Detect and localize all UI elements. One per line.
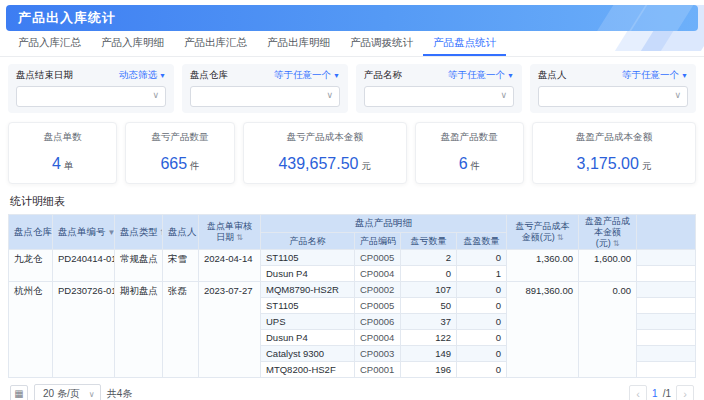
chevron-down-icon: ∨ bbox=[674, 90, 681, 100]
stocktake-person-select[interactable]: ∨ bbox=[538, 86, 688, 107]
tab-bar: 产品入库汇总 产品入库明细 产品出库汇总 产品出库明细 产品调拨统计 产品盘点统… bbox=[0, 31, 704, 57]
gain-amount-cell: 0.00 bbox=[579, 282, 637, 378]
table-density-button[interactable]: ▦ bbox=[10, 385, 28, 400]
col-loss-qty: 盘亏数量 bbox=[401, 232, 457, 250]
tab-inbound-summary[interactable]: 产品入库汇总 bbox=[8, 30, 91, 56]
product-code-cell: CP0004 bbox=[355, 330, 401, 346]
gain-amount-cell: 1,600.00 bbox=[579, 250, 637, 282]
order-no-cell: PD240414-01 bbox=[53, 250, 115, 282]
section-title: 统计明细表 bbox=[0, 192, 704, 214]
order-no-cell: PD230726-01 bbox=[53, 282, 115, 378]
sort-icon[interactable]: ⇅ bbox=[557, 233, 564, 242]
product-name-select[interactable]: ∨ bbox=[364, 86, 514, 107]
gain-qty-cell: 0 bbox=[457, 298, 507, 314]
product-code-cell: CP0006 bbox=[355, 314, 401, 330]
next-page-button[interactable]: › bbox=[676, 385, 694, 400]
filler-cell bbox=[637, 250, 696, 266]
person-cell: 宋雪 bbox=[163, 250, 199, 282]
warehouse-cell: 九龙仓 bbox=[9, 250, 53, 282]
operator-link[interactable]: 等于任意一个▼ bbox=[274, 69, 340, 82]
pagination-bar: ▦ 20 条/页 ∨ 共4条 ‹ 1 /1 › bbox=[0, 378, 704, 400]
sort-icon[interactable]: ⇅ bbox=[613, 239, 620, 248]
col-product-name: 产品名称 bbox=[261, 232, 355, 250]
gain-qty-cell: 0 bbox=[457, 330, 507, 346]
filler-cell bbox=[637, 346, 696, 362]
gain-qty-cell: 0 bbox=[457, 282, 507, 298]
page-title: 产品出入库统计 bbox=[6, 5, 116, 31]
chevron-right-icon: › bbox=[683, 388, 687, 400]
product-code-cell: CP0004 bbox=[355, 266, 401, 282]
chevron-down-icon: ∨ bbox=[500, 90, 507, 100]
tab-inbound-detail[interactable]: 产品入库明细 bbox=[91, 30, 174, 56]
filler-cell bbox=[637, 282, 696, 298]
stat-cards: 盘点单数 4单 盘亏产品数量 665件 盘亏产品成本金额 439,657.50元… bbox=[0, 118, 704, 192]
filler-cell bbox=[637, 330, 696, 346]
col-product-code: 产品编码 bbox=[355, 232, 401, 250]
audit-date-cell: 2024-04-14 bbox=[199, 250, 261, 282]
dynamic-filter-link[interactable]: 动态筛选▼ bbox=[119, 69, 166, 82]
operator-link[interactable]: 等于任意一个▼ bbox=[448, 69, 514, 82]
loss-amount-cell: 1,360.00 bbox=[507, 250, 579, 282]
col-order-no: 盘点单编号▼ bbox=[53, 215, 115, 250]
grid-icon: ▦ bbox=[14, 388, 23, 399]
caret-down-icon[interactable]: ▼ bbox=[108, 228, 115, 237]
filter-label: 盘点仓库 bbox=[190, 69, 228, 82]
product-code-cell: CP0005 bbox=[355, 250, 401, 266]
col-gain-qty: 盘盈数量 bbox=[457, 232, 507, 250]
filler-cell bbox=[637, 314, 696, 330]
product-code-cell: CP0003 bbox=[355, 346, 401, 362]
col-product-group: 盘点产品明细 bbox=[261, 215, 507, 233]
filter-stocktake-person: 盘点人 等于任意一个▼ ∨ bbox=[530, 64, 696, 113]
col-type: 盘点类型⇅ bbox=[115, 215, 163, 250]
product-name-cell: ST1105 bbox=[261, 298, 355, 314]
caret-down-icon: ▼ bbox=[333, 72, 340, 79]
gain-qty-cell: 0 bbox=[457, 346, 507, 362]
prev-page-button[interactable]: ‹ bbox=[629, 385, 647, 400]
product-name-cell: Dusun P4 bbox=[261, 266, 355, 282]
loss-qty-cell: 37 bbox=[401, 314, 457, 330]
filter-panel: 盘点结束日期 动态筛选▼ ∨ 盘点仓库 等于任意一个▼ ∨ 产品名称 等于任意一… bbox=[0, 57, 704, 118]
col-person: 盘点人⇅ bbox=[163, 215, 199, 250]
caret-down-icon: ▼ bbox=[681, 72, 688, 79]
tab-outbound-detail[interactable]: 产品出库明细 bbox=[257, 30, 340, 56]
gain-qty-cell: 0 bbox=[457, 314, 507, 330]
loss-amount-cell: 891,360.00 bbox=[507, 282, 579, 378]
filter-label: 盘点人 bbox=[538, 69, 567, 82]
stocktake-end-date-select[interactable]: ∨ bbox=[16, 86, 166, 107]
table-row: 杭州仓 PD230726-01 期初盘点 张磊 2023-07-27 MQM87… bbox=[9, 282, 696, 298]
gain-qty-cell: 0 bbox=[457, 362, 507, 378]
stat-gain-qty: 盘盈产品数量 6件 bbox=[415, 122, 524, 184]
filter-stocktake-warehouse: 盘点仓库 等于任意一个▼ ∨ bbox=[182, 64, 348, 113]
tab-stocktake-stats[interactable]: 产品盘点统计 bbox=[423, 30, 506, 56]
col-gain-amount: 盘盈产品成本金额(元)⇅ bbox=[579, 215, 637, 250]
page: 产品出入库统计 产品入库汇总 产品入库明细 产品出库汇总 产品出库明细 产品调拨… bbox=[0, 5, 704, 400]
chevron-down-icon: ∨ bbox=[152, 90, 159, 100]
product-name-cell: Catalyst 9300 bbox=[261, 346, 355, 362]
tab-transfer-stats[interactable]: 产品调拨统计 bbox=[340, 30, 423, 56]
sort-icon[interactable]: ⇅ bbox=[236, 233, 243, 242]
stocktake-detail-table: 盘点仓库⇅ 盘点单编号▼ 盘点类型⇅ 盘点人⇅ 盘点单审核日期⇅ 盘点产品明细 … bbox=[8, 214, 696, 378]
gain-qty-cell: 0 bbox=[457, 250, 507, 266]
chevron-down-icon: ∨ bbox=[89, 386, 95, 400]
col-filler bbox=[637, 215, 696, 250]
stat-gain-amount: 盘盈产品成本金额 3,175.00元 bbox=[532, 122, 696, 184]
caret-down-icon: ▼ bbox=[507, 72, 514, 79]
person-cell: 张磊 bbox=[163, 282, 199, 378]
loss-qty-cell: 149 bbox=[401, 346, 457, 362]
filler-cell bbox=[637, 298, 696, 314]
loss-qty-cell: 122 bbox=[401, 330, 457, 346]
page-size-select[interactable]: 20 条/页 ∨ bbox=[34, 384, 101, 400]
product-name-cell: UPS bbox=[261, 314, 355, 330]
stocktake-warehouse-select[interactable]: ∨ bbox=[190, 86, 340, 107]
product-name-cell: ST1105 bbox=[261, 250, 355, 266]
filter-label: 产品名称 bbox=[364, 69, 402, 82]
operator-link[interactable]: 等于任意一个▼ bbox=[622, 69, 688, 82]
chevron-down-icon: ∨ bbox=[326, 90, 333, 100]
tab-outbound-summary[interactable]: 产品出库汇总 bbox=[174, 30, 257, 56]
table-row: 九龙仓 PD240414-01 常规盘点 宋雪 2024-04-14 ST110… bbox=[9, 250, 696, 266]
type-cell: 期初盘点 bbox=[115, 282, 163, 378]
chevron-left-icon: ‹ bbox=[636, 388, 640, 400]
type-cell: 常规盘点 bbox=[115, 250, 163, 282]
loss-qty-cell: 2 bbox=[401, 250, 457, 266]
product-code-cell: CP0005 bbox=[355, 298, 401, 314]
